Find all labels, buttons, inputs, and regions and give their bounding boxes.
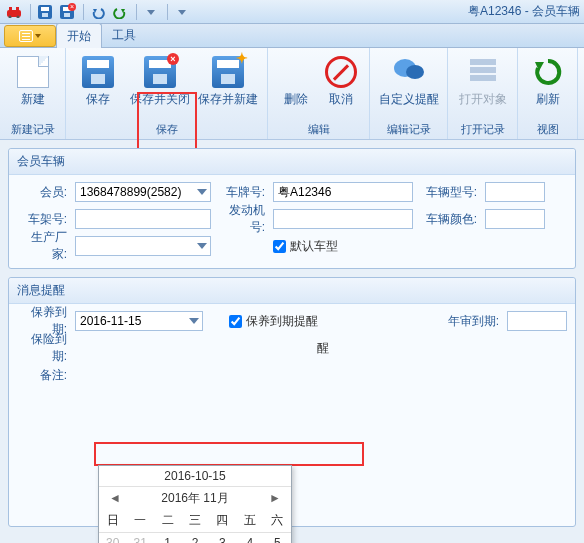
dp-dow-cell: 一 xyxy=(126,509,153,533)
dp-today: 2016-10-15 xyxy=(99,466,291,487)
refresh-button[interactable]: 刷新 xyxy=(524,52,571,106)
dp-dow-cell: 五 xyxy=(236,509,263,533)
qat-undo-icon[interactable] xyxy=(88,2,108,22)
svg-rect-7 xyxy=(42,13,48,17)
default-type-checkbox[interactable]: 默认车型 xyxy=(273,238,338,255)
refresh-icon xyxy=(532,56,564,88)
group-open: 打开记录 xyxy=(448,122,517,139)
qat-save-close-icon[interactable]: × xyxy=(57,2,77,22)
group-edit: 编辑 xyxy=(268,122,369,139)
tab-tools[interactable]: 工具 xyxy=(102,23,146,48)
qat-dropdown-icon-2[interactable] xyxy=(172,2,192,22)
group-new: 新建记录 xyxy=(0,122,65,139)
dp-day-cell[interactable]: 2 xyxy=(181,533,208,544)
maint-remind-input[interactable] xyxy=(229,315,242,328)
dp-dow-cell: 六 xyxy=(264,509,291,533)
plate-label: 车牌号: xyxy=(215,184,269,201)
svg-line-12 xyxy=(286,62,306,82)
window-title: 粤A12346 - 会员车辆 xyxy=(468,3,580,20)
app-icon xyxy=(4,2,24,22)
dp-prev-icon[interactable]: ◄ xyxy=(105,489,125,507)
file-menu-button[interactable] xyxy=(4,25,56,47)
dp-dow-cell: 二 xyxy=(154,509,181,533)
save-new-icon: ✦ xyxy=(212,56,244,88)
delete-icon xyxy=(280,56,312,88)
qat-save-icon[interactable] xyxy=(35,2,55,22)
ins-remind-tail: 醒 xyxy=(317,340,329,357)
panel-remind-title: 消息提醒 xyxy=(9,278,575,304)
group-save: 保存 xyxy=(66,122,267,139)
dp-day-cell[interactable]: 1 xyxy=(154,533,181,544)
svg-point-14 xyxy=(406,65,424,79)
model-input[interactable] xyxy=(485,182,545,202)
svg-rect-10 xyxy=(64,13,70,17)
open-object-button[interactable]: 打开对象 xyxy=(454,52,511,106)
maint-remind-checkbox[interactable]: 保养到期提醒 xyxy=(229,313,318,330)
save-button[interactable]: 保存 xyxy=(72,52,125,106)
vin-label: 车架号: xyxy=(17,211,71,228)
tab-start[interactable]: 开始 xyxy=(56,23,102,49)
dp-day-cell[interactable]: 5 xyxy=(264,533,291,544)
cancel-icon xyxy=(325,56,357,88)
panel-vehicle-title: 会员车辆 xyxy=(9,149,575,175)
save-new-button[interactable]: ✦ 保存并新建 xyxy=(195,52,261,106)
vin-input[interactable] xyxy=(75,209,211,229)
new-button[interactable]: 新建 xyxy=(6,52,59,106)
save-icon xyxy=(82,56,114,88)
annual-input[interactable] xyxy=(507,311,567,331)
svg-rect-6 xyxy=(41,7,49,11)
save-close-button[interactable]: × 保存并关闭 xyxy=(127,52,193,106)
plate-input[interactable] xyxy=(273,182,413,202)
chat-icon xyxy=(393,56,425,88)
maint-date-input[interactable] xyxy=(75,311,203,331)
dp-next-icon[interactable]: ► xyxy=(265,489,285,507)
dp-month-title[interactable]: 2016年 11月 xyxy=(161,490,228,507)
member-label: 会员: xyxy=(17,184,71,201)
group-edit-record: 编辑记录 xyxy=(370,122,447,139)
delete-button[interactable]: 删除 xyxy=(274,52,318,106)
svg-line-11 xyxy=(286,62,306,82)
ins-date-label: 保险到期: xyxy=(17,331,71,365)
svg-rect-1 xyxy=(9,7,12,10)
member-input[interactable] xyxy=(75,182,211,202)
color-label: 车辆颜色: xyxy=(417,211,481,228)
color-input[interactable] xyxy=(485,209,545,229)
custom-remind-button[interactable]: 自定义提醒 xyxy=(376,52,441,106)
note-label: 备注: xyxy=(17,367,71,384)
qat-dropdown-icon[interactable] xyxy=(141,2,161,22)
dp-day-cell[interactable]: 31 xyxy=(126,533,153,544)
default-type-input[interactable] xyxy=(273,240,286,253)
dp-day-cell[interactable]: 30 xyxy=(99,533,126,544)
engine-input[interactable] xyxy=(273,209,413,229)
group-view: 视图 xyxy=(518,122,577,139)
maker-label: 生产厂家: xyxy=(17,229,71,263)
dp-day-cell[interactable]: 3 xyxy=(209,533,236,544)
engine-label: 发动机号: xyxy=(215,202,269,236)
maker-input[interactable] xyxy=(75,236,211,256)
new-icon xyxy=(17,56,49,88)
cancel-button[interactable]: 取消 xyxy=(320,52,364,106)
dp-dow-cell: 日 xyxy=(99,509,126,533)
dp-day-cell[interactable]: 4 xyxy=(236,533,263,544)
svg-rect-2 xyxy=(16,7,19,10)
dp-grid: 日一二三四五六 30311234567891011121314151617181… xyxy=(99,509,291,543)
open-icon xyxy=(467,56,499,88)
list-icon xyxy=(19,30,33,42)
annual-label: 年审到期: xyxy=(439,313,503,330)
model-label: 车辆型号: xyxy=(417,184,481,201)
datepicker-popup[interactable]: 2016-10-15 ◄ 2016年 11月 ► 日一二三四五六 3031123… xyxy=(98,465,292,543)
dp-dow-cell: 三 xyxy=(181,509,208,533)
chevron-down-icon xyxy=(35,34,41,38)
save-close-icon: × xyxy=(144,56,176,88)
dp-dow-cell: 四 xyxy=(209,509,236,533)
qat-redo-icon[interactable] xyxy=(110,2,130,22)
